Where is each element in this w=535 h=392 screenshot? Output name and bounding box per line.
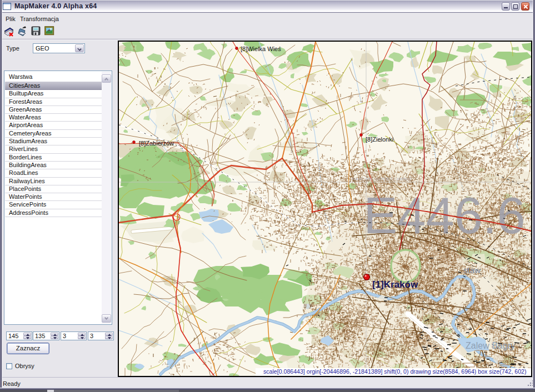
svg-text:[1]Kraków: [1]Kraków <box>372 279 418 290</box>
svg-text:staw: staw <box>463 265 481 275</box>
svg-text:[8]Wielka Wieś: [8]Wielka Wieś <box>241 46 281 52</box>
svg-text:[8]Zabierzów: [8]Zabierzów <box>139 140 174 147</box>
svg-text:Zalew Bagry: Zalew Bagry <box>466 341 515 350</box>
svg-text:scale[0.086443] orgin[-2044689: scale[0.086443] orgin[-20446896, -218413… <box>263 368 527 375</box>
svg-text:[8]Zielonki: [8]Zielonki <box>366 136 393 143</box>
svg-text:E446.6: E446.6 <box>363 187 526 244</box>
svg-text:R4 RC 932 | 0375061 | 1095032: R4 RC 932 | 0375061 | 1095032 <box>352 177 412 182</box>
